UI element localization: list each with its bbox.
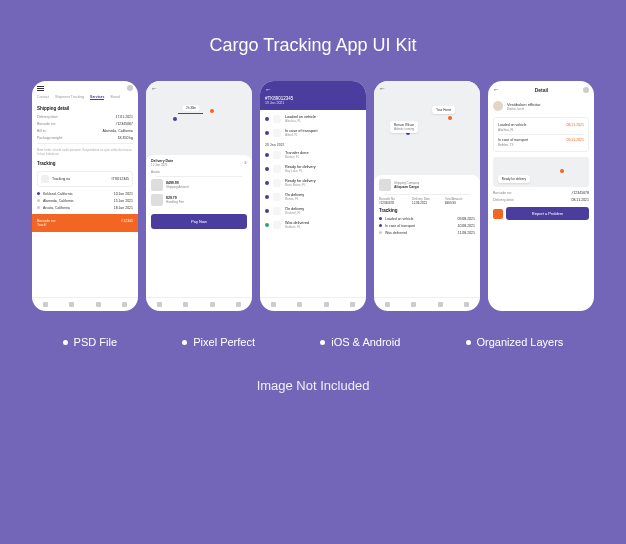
call-icon[interactable]: ✆ xyxy=(244,161,247,165)
pay-now-button[interactable]: Pay Now xyxy=(151,214,247,229)
value-delivery: 17.01.2021 xyxy=(115,115,133,119)
footer-text: Image Not Included xyxy=(257,378,370,393)
nav-box-icon[interactable] xyxy=(297,302,302,307)
feature-item: Pixel Perfect xyxy=(182,336,255,348)
ev-date: 08.11.2021 xyxy=(566,123,584,127)
map[interactable]: ← 2h 30m xyxy=(146,81,252,161)
nav-track-icon[interactable] xyxy=(210,302,215,307)
nav-profile-icon[interactable] xyxy=(236,302,241,307)
kit-title: Cargo Tracking App UI Kit xyxy=(209,35,416,56)
status-item[interactable]: On deliveryBushnel, FL xyxy=(260,204,366,218)
user-sub: Doctor, lor et xyxy=(507,107,541,111)
screen-tracking-timeline: ← #TK89012345 19 Jan 2021 Loaded on vehi… xyxy=(260,81,366,311)
menu-icon[interactable] xyxy=(37,86,44,91)
nav-track-icon[interactable] xyxy=(438,302,443,307)
callout-driver: Ronson WilsonAtlantic coming xyxy=(390,121,418,133)
tl-date: 18 Jan 2021 xyxy=(114,206,133,210)
tabs: Contact Shipment Tracking Services Brand xyxy=(32,95,138,103)
nav-box-icon[interactable] xyxy=(183,302,188,307)
track-banner[interactable]: Barcode no:Track! #12345 xyxy=(32,214,138,232)
label-weight: Package weight: xyxy=(37,136,63,140)
desc-text: Nom tortor ut ante sodis posuere. Suspen… xyxy=(32,146,138,158)
phones-row: Contact Shipment Tracking Services Brand… xyxy=(32,81,594,311)
back-icon[interactable]: ← xyxy=(493,86,500,93)
col-date: 12.06.2021 xyxy=(412,201,442,205)
tracking-header: ← #TK89012345 19 Jan 2021 xyxy=(260,81,366,110)
barcode-v: #12345678 xyxy=(571,191,589,195)
screen-map-pay: ← 2h 30m Delivery Date 12 Jan 2021 ✆ Arc… xyxy=(146,81,252,311)
status-item[interactable]: Loaded on vehicleAlachua, FL xyxy=(260,112,366,126)
tl-place: Arcata, California xyxy=(43,206,70,210)
nav-track-icon[interactable] xyxy=(96,302,101,307)
detail-header: ← Detail xyxy=(488,81,594,98)
tracking-value: #TK012345 xyxy=(111,177,129,181)
bottom-nav xyxy=(374,297,480,311)
map-status: Ready for delivery xyxy=(498,175,530,183)
col-amount: $499.99 xyxy=(445,201,475,205)
bottom-nav xyxy=(146,297,252,311)
delivery-date-value: 12 Jan 2021 xyxy=(151,163,173,167)
ev-title: Loaded on vehicle xyxy=(385,217,413,221)
status-item[interactable]: On deliveryBonita, FL xyxy=(260,190,366,204)
ev-date: 09.08.2021 xyxy=(457,217,475,221)
user-row[interactable]: Vestibulum efficitur Doctor, lor et xyxy=(488,98,594,114)
avatar[interactable] xyxy=(583,87,589,93)
report-problem-button[interactable]: Report a Problem xyxy=(506,207,589,220)
nav-profile-icon[interactable] xyxy=(350,302,355,307)
tracking-section: Tracking xyxy=(379,205,475,215)
value-barcode: #12345667 xyxy=(115,122,133,126)
nav-box-icon[interactable] xyxy=(411,302,416,307)
screen-shipping-detail: Contact Shipment Tracking Services Brand… xyxy=(32,81,138,311)
status-item[interactable]: In case of transportAlford, FL xyxy=(260,126,366,140)
tracking-label: Tracking no xyxy=(52,177,70,181)
timeline: Kirkland, California10 Jan 2021 Alameda,… xyxy=(32,190,138,211)
section-shipping: Shipping detail xyxy=(32,103,138,113)
transport-icon xyxy=(273,129,281,137)
ev-date: 09.11.2021 xyxy=(566,138,584,142)
check-icon xyxy=(273,221,281,229)
ev-title: Loaded on vehicle xyxy=(498,123,526,127)
status-item[interactable]: Was deliveredBaldwin, FL xyxy=(260,218,366,232)
mini-map[interactable]: Ready for delivery xyxy=(493,157,589,187)
value-weight: 18.350 kg xyxy=(118,136,133,140)
back-icon[interactable]: ← xyxy=(379,85,386,92)
box-icon xyxy=(151,179,163,191)
col-barcode: #12345678 xyxy=(379,201,409,205)
status-item[interactable]: Ready for deliveryBoca Raton, FL xyxy=(260,176,366,190)
label-delivery: Delivery date: xyxy=(37,115,58,119)
ev-date: 11.08.2021 xyxy=(457,231,475,235)
call-button[interactable] xyxy=(493,209,503,219)
nav-profile-icon[interactable] xyxy=(464,302,469,307)
back-icon[interactable]: ← xyxy=(265,86,272,93)
tracking-box[interactable]: Tracking no#TK012345 xyxy=(37,171,133,187)
features-row: PSD File Pixel Perfect iOS & Android Org… xyxy=(30,336,596,348)
nav-home-icon[interactable] xyxy=(157,302,162,307)
nav-box-icon[interactable] xyxy=(69,302,74,307)
back-icon[interactable]: ← xyxy=(151,85,158,92)
fee-icon xyxy=(151,194,163,206)
avatar[interactable] xyxy=(127,85,133,91)
bottom-nav xyxy=(260,297,366,311)
tab-brand[interactable]: Brand xyxy=(110,95,119,100)
nav-track-icon[interactable] xyxy=(324,302,329,307)
status-item[interactable]: Ready for deliveryBay Lake, FL xyxy=(260,162,366,176)
status-item[interactable]: Transfer doneBartow, FL xyxy=(260,148,366,162)
tab-contact[interactable]: Contact xyxy=(37,95,49,100)
banner-sub: Track! xyxy=(37,223,47,227)
tracking-date: 19 Jan 2021 xyxy=(265,101,361,105)
map-duration: 2h 30m xyxy=(183,105,199,111)
nav-home-icon[interactable] xyxy=(385,302,390,307)
place: Arcata xyxy=(151,170,247,174)
barcode-l: Barcode no: xyxy=(493,191,512,195)
tl-place: Alameda, California xyxy=(43,199,74,203)
tracking-sheet: Shipping Company Aliquam Cargo Barcode N… xyxy=(374,175,480,297)
tab-services[interactable]: Services xyxy=(90,95,104,100)
nav-profile-icon[interactable] xyxy=(122,302,127,307)
nav-home-icon[interactable] xyxy=(271,302,276,307)
feature-item: PSD File xyxy=(63,336,117,348)
map[interactable]: ← Ronson WilsonAtlantic coming Your Home xyxy=(374,81,480,181)
tab-shipment[interactable]: Shipment Tracking xyxy=(55,95,84,100)
banner-value: #12345 xyxy=(121,219,133,227)
nav-home-icon[interactable] xyxy=(43,302,48,307)
label-bill: Bill to: xyxy=(37,129,47,133)
